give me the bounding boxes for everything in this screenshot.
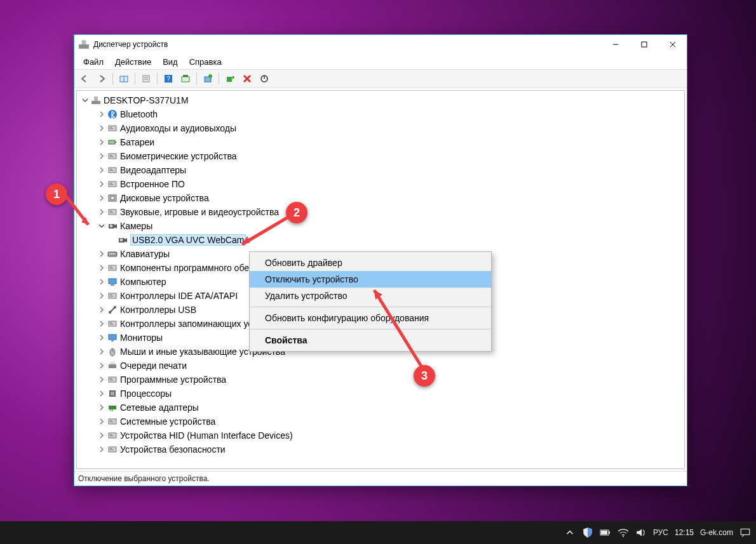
expand-icon[interactable] [97, 375, 106, 384]
webcam-icon [118, 235, 128, 245]
menu-view[interactable]: Вид [158, 55, 183, 69]
svg-rect-37 [110, 155, 112, 156]
expand-icon[interactable] [97, 277, 106, 286]
svg-rect-2 [601, 531, 607, 534]
toolbar-scan[interactable] [178, 71, 193, 86]
toolbar-properties[interactable] [138, 71, 154, 86]
expand-icon[interactable] [97, 291, 106, 300]
tree-category[interactable]: Очереди печати [79, 359, 684, 373]
toolbar-forward[interactable] [94, 71, 109, 86]
tree-category[interactable]: Устройства HID (Human Interface Devices) [79, 428, 684, 442]
tree-category[interactable]: Биометрические устройства [79, 149, 684, 163]
svg-rect-87 [110, 421, 113, 422]
svg-rect-56 [111, 253, 112, 255]
menu-file[interactable]: Файл [78, 55, 109, 69]
svg-rect-20 [182, 77, 189, 82]
tree-category-label: Батареи [120, 137, 154, 147]
collapse-icon[interactable] [97, 222, 106, 230]
tray-volume-icon[interactable] [635, 527, 647, 538]
toolbar-uninstall[interactable] [240, 71, 255, 86]
expand-icon[interactable] [97, 138, 106, 147]
expand-icon[interactable] [97, 347, 106, 356]
menu-action[interactable]: Действие [110, 55, 156, 69]
context-menu-item[interactable]: Обновить драйвер [250, 255, 491, 271]
expand-icon[interactable] [97, 319, 106, 328]
maximize-button[interactable] [630, 35, 658, 54]
tree-category[interactable]: Звуковые, игровые и видеоустройства [79, 205, 684, 219]
window-controls [601, 35, 687, 54]
expand-icon[interactable] [97, 249, 106, 258]
toolbar-show-hidden[interactable] [116, 71, 132, 86]
svg-rect-79 [110, 380, 113, 380]
tree-root[interactable]: DESKTOP-S377U1M [79, 93, 684, 107]
minimize-button[interactable] [601, 35, 630, 54]
annotation-marker-1: 1 [46, 183, 67, 205]
tree-category[interactable]: Процессоры [79, 387, 684, 401]
tree-category[interactable]: Программные устройства [79, 373, 684, 387]
tree-category[interactable]: Bluetooth [79, 107, 684, 121]
expand-icon[interactable] [97, 361, 106, 370]
expand-icon[interactable] [97, 305, 106, 314]
menu-help[interactable]: Справка [184, 55, 227, 69]
tree-category[interactable]: Встроенное ПО [79, 177, 684, 191]
svg-rect-90 [110, 435, 113, 436]
toolbar-back[interactable] [77, 71, 92, 86]
toolbar-update-driver[interactable] [200, 71, 215, 86]
expand-icon[interactable] [97, 180, 106, 189]
expand-icon[interactable] [97, 263, 106, 272]
tree-category[interactable]: Системные устройства [79, 415, 684, 428]
toolbar-disable[interactable] [257, 71, 272, 86]
svg-point-46 [111, 196, 114, 200]
svg-rect-4 [741, 529, 750, 534]
expand-icon[interactable] [97, 166, 106, 175]
context-menu-item[interactable]: Отключить устройство [250, 271, 491, 288]
tray-chevron-icon[interactable] [564, 527, 576, 538]
computer-icon [91, 95, 101, 105]
context-menu-separator [250, 307, 491, 307]
context-menu-item[interactable]: Обновить конфигурацию оборудования [250, 310, 491, 326]
expand-icon[interactable] [97, 403, 106, 412]
category-icon [107, 193, 118, 203]
tree-category-label: Компьютер [120, 277, 166, 287]
expand-icon[interactable] [97, 208, 106, 216]
tree-device-label-selected: USB2.0 VGA UVC WebCam [130, 234, 246, 246]
context-menu-item[interactable]: Удалить устройство [250, 288, 491, 304]
svg-rect-33 [110, 128, 113, 129]
tray-lang[interactable]: РУС [653, 528, 668, 537]
tree-device[interactable]: USB2.0 VGA UVC WebCam [79, 233, 684, 247]
expand-icon[interactable] [97, 431, 106, 440]
tray-clock[interactable]: 12:15 [675, 528, 694, 537]
close-button[interactable] [658, 35, 687, 54]
expand-icon[interactable] [97, 110, 106, 119]
svg-rect-41 [110, 170, 113, 171]
tree-category[interactable]: Батареи [79, 135, 684, 149]
window-title: Диспетчер устройств [93, 40, 168, 49]
tree-category[interactable]: Видеоадаптеры [79, 163, 684, 177]
toolbar-help[interactable]: ? [161, 71, 176, 86]
titlebar[interactable]: Диспетчер устройств [74, 35, 687, 54]
toolbar-enable[interactable] [222, 71, 238, 86]
tree-category[interactable]: Аудиовходы и аудиовыходы [79, 121, 684, 135]
svg-rect-81 [111, 392, 114, 395]
expand-icon[interactable] [81, 96, 90, 105]
expand-icon[interactable] [97, 445, 106, 454]
expand-icon[interactable] [97, 417, 106, 426]
tree-category[interactable]: Сетевые адаптеры [79, 401, 684, 415]
tree-category[interactable]: Камеры [79, 219, 684, 233]
expand-icon[interactable] [97, 152, 106, 161]
tray-defender-icon[interactable] [582, 527, 593, 538]
expand-icon[interactable] [97, 194, 106, 202]
tree-category[interactable]: Дисковые устройства [79, 191, 684, 205]
tray-action-center-icon[interactable] [739, 527, 751, 538]
expand-icon[interactable] [97, 124, 106, 133]
context-menu-item[interactable]: Свойства [250, 332, 491, 348]
expand-icon[interactable] [97, 389, 106, 398]
category-icon [107, 430, 118, 441]
svg-rect-10 [642, 42, 647, 47]
tray-battery-icon[interactable] [600, 527, 611, 538]
expand-icon[interactable] [97, 333, 106, 342]
category-icon [107, 291, 118, 301]
tree-category-label: Процессоры [120, 388, 172, 399]
tree-category[interactable]: Устройства безопасности [79, 442, 684, 456]
tray-wifi-icon[interactable] [618, 527, 629, 538]
